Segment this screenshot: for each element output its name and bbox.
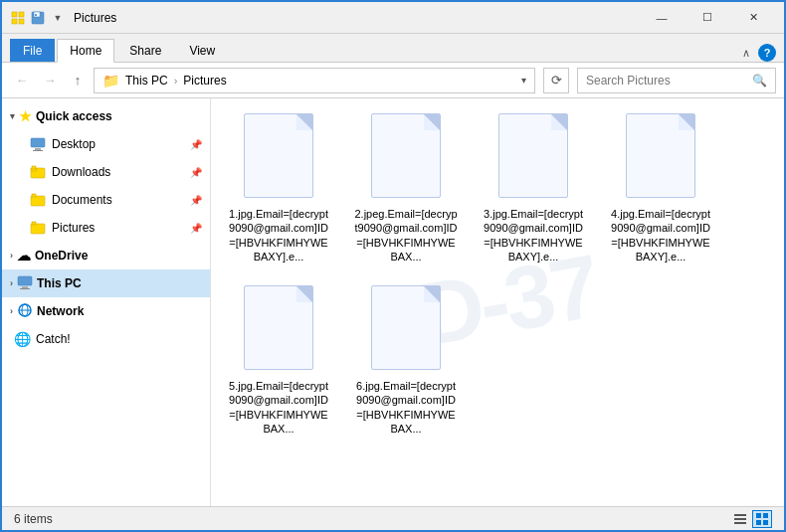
minimize-button[interactable]: — <box>639 2 685 34</box>
file-item-2[interactable]: 2.jpeg.Email=[decrypt9090@gmail.com]ID=[… <box>346 106 466 270</box>
file-item-4[interactable]: 4.jpg.Email=[decrypt9090@gmail.com]ID=[H… <box>601 106 720 270</box>
search-box[interactable]: 🔍 <box>577 68 776 93</box>
search-icon: 🔍 <box>752 74 767 88</box>
documents-label: Documents <box>52 193 112 207</box>
sidebar: ▾ ★ Quick access Desktop 📌 <box>2 98 211 506</box>
file-icon-2 <box>366 113 446 203</box>
path-pictures[interactable]: Pictures <box>183 74 226 88</box>
svg-rect-28 <box>756 520 761 525</box>
file-item-5[interactable]: 5.jpg.Email=[decrypt9090@gmail.com]ID=[H… <box>219 278 338 443</box>
quick-access-label: Quick access <box>36 109 112 123</box>
file-name-3: 3.jpg.Email=[decrypt9090@gmail.com]ID=[H… <box>481 207 586 264</box>
page-shape-4 <box>626 113 695 198</box>
file-icon-1 <box>239 113 318 203</box>
svg-rect-8 <box>35 148 41 150</box>
ribbon: File Home Share View ∧ ? <box>2 34 784 63</box>
documents-pin: 📌 <box>190 195 202 206</box>
title-bar-icons: ▼ <box>10 10 66 26</box>
svg-rect-23 <box>734 514 746 516</box>
tab-share[interactable]: Share <box>116 39 174 62</box>
network-icon <box>17 302 33 321</box>
maximize-button[interactable]: ☐ <box>685 2 730 34</box>
help-button[interactable]: ? <box>758 44 776 62</box>
file-item-1[interactable]: 1.jpg.Email=[decrypt9090@gmail.com]ID=[H… <box>219 106 338 270</box>
refresh-button[interactable]: ⟳ <box>543 68 569 93</box>
close-button[interactable]: ✕ <box>730 2 776 34</box>
title-text: Pictures <box>74 11 639 25</box>
svg-rect-15 <box>31 224 45 234</box>
file-item-6[interactable]: 6.jpg.Email=[decrypt9090@gmail.com]ID=[H… <box>346 278 466 443</box>
pictures-folder-icon <box>30 220 46 236</box>
onedrive-header[interactable]: › ☁ OneDrive <box>2 242 210 269</box>
forward-button[interactable]: → <box>38 69 62 92</box>
svg-rect-1 <box>19 12 24 17</box>
back-button[interactable]: ← <box>10 69 34 92</box>
this-pc-header[interactable]: › This PC <box>2 269 210 297</box>
svg-rect-7 <box>31 138 45 147</box>
file-icon-4 <box>621 113 700 203</box>
svg-rect-2 <box>12 19 17 24</box>
file-name-1: 1.jpg.Email=[decrypt9090@gmail.com]ID=[H… <box>226 207 331 264</box>
window-controls: — ☐ ✕ <box>639 2 776 34</box>
svg-rect-26 <box>756 513 761 518</box>
svg-rect-25 <box>734 522 746 524</box>
qat-icon-1 <box>10 10 26 26</box>
svg-rect-27 <box>763 513 768 518</box>
svg-rect-9 <box>33 150 43 151</box>
path-dropdown-arrow[interactable]: ▾ <box>521 75 526 86</box>
path-this-pc[interactable]: This PC <box>125 74 168 88</box>
quick-access-header[interactable]: ▾ ★ Quick access <box>2 102 210 130</box>
downloads-label: Downloads <box>52 165 110 179</box>
file-item-3[interactable]: 3.jpg.Email=[decrypt9090@gmail.com]ID=[H… <box>474 106 593 270</box>
tab-home[interactable]: Home <box>57 39 114 63</box>
sidebar-item-pictures[interactable]: Pictures 📌 <box>2 214 210 242</box>
address-path[interactable]: 📁 This PC › Pictures ▾ <box>94 68 535 93</box>
file-name-6: 6.jpg.Email=[decrypt9090@gmail.com]ID=[H… <box>353 379 459 436</box>
page-shape-6 <box>371 285 441 370</box>
downloads-pin: 📌 <box>190 167 202 178</box>
qat-dropdown-icon[interactable]: ▼ <box>50 10 66 26</box>
onedrive-chevron: › <box>10 251 13 261</box>
pictures-label: Pictures <box>52 221 95 235</box>
onedrive-label: OneDrive <box>35 249 88 263</box>
up-button[interactable]: ↑ <box>66 69 90 92</box>
network-chevron: › <box>10 306 13 316</box>
this-pc-label: This PC <box>37 276 82 290</box>
ribbon-chevron: ∧ ? <box>742 44 776 62</box>
item-count: 6 items <box>14 512 53 526</box>
this-pc-icon <box>17 274 33 293</box>
onedrive-icon: ☁ <box>17 248 31 264</box>
sidebar-item-documents[interactable]: Documents 📌 <box>2 186 210 214</box>
tab-view[interactable]: View <box>176 39 228 62</box>
sidebar-item-downloads[interactable]: Downloads 📌 <box>2 158 210 186</box>
address-bar: ← → ↑ 📁 This PC › Pictures ▾ ⟳ 🔍 <box>2 63 784 98</box>
tab-file[interactable]: File <box>10 39 55 62</box>
svg-rect-3 <box>19 19 24 24</box>
view-buttons <box>730 510 772 528</box>
status-bar: 6 items <box>2 506 784 530</box>
explorer-window: ▼ Pictures — ☐ ✕ File Home Share View ∧ … <box>0 0 786 532</box>
svg-rect-0 <box>12 12 17 17</box>
qat-save-icon[interactable] <box>30 10 46 26</box>
svg-rect-17 <box>18 276 32 285</box>
catch-label: Catch! <box>36 332 71 346</box>
file-name-4: 4.jpg.Email=[decrypt9090@gmail.com]ID=[H… <box>608 207 713 264</box>
network-header[interactable]: › Network <box>2 297 210 325</box>
desktop-icon <box>30 136 46 152</box>
main-area: ▾ ★ Quick access Desktop 📌 <box>2 98 784 506</box>
desktop-pin: 📌 <box>190 139 202 150</box>
file-icon-3 <box>493 113 573 203</box>
search-input[interactable] <box>586 74 748 88</box>
svg-rect-12 <box>32 166 36 169</box>
catch-icon: 🌐 <box>14 331 30 347</box>
desktop-label: Desktop <box>52 137 96 151</box>
large-icons-view-button[interactable] <box>752 510 772 528</box>
sidebar-item-desktop[interactable]: Desktop 📌 <box>2 130 210 158</box>
list-view-button[interactable] <box>730 510 750 528</box>
page-shape-1 <box>244 113 313 198</box>
collapse-ribbon-button[interactable]: ∧ <box>742 47 750 60</box>
svg-rect-18 <box>22 286 28 288</box>
sidebar-item-catch[interactable]: 🌐 Catch! <box>2 325 210 353</box>
path-sep-1: › <box>174 75 178 87</box>
page-shape-3 <box>498 113 568 198</box>
